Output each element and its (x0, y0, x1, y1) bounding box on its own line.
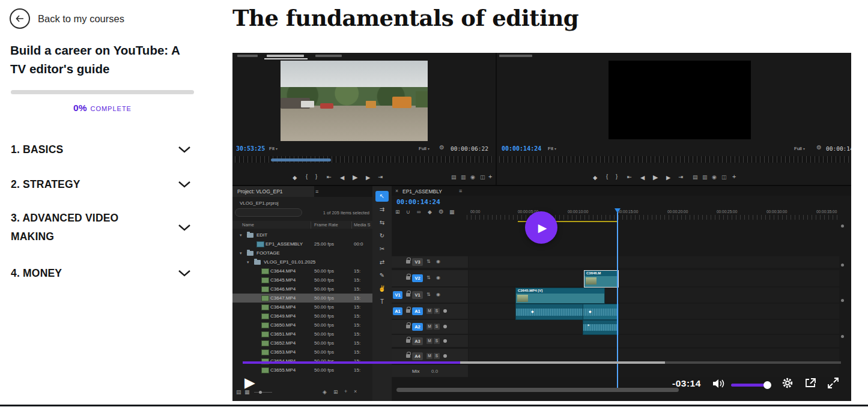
step-back-icon: ◀ (640, 175, 645, 181)
timeline-scrollbar (841, 225, 844, 228)
project-row: C3655.MP450.00 fps15: (232, 366, 372, 375)
seek-bar[interactable] (243, 361, 841, 364)
orange-machine (366, 101, 376, 108)
project-column-headers: Name Frame Rate Media S (232, 221, 372, 229)
program-scrubber (499, 156, 849, 163)
timeline-settings-icon: ⚙ (439, 209, 444, 215)
section-advanced-video-making[interactable]: 3. ADVANCED VIDEO MAKING (11, 209, 191, 246)
automate-to-sequence-icon: ◈ (323, 390, 327, 395)
track-lane-v3 (469, 256, 839, 268)
folder-icon (247, 233, 253, 238)
step-back-icon: ◀ (340, 175, 344, 181)
project-row-selected: C3647.MP450.00 fps15: (232, 294, 372, 303)
sync-lock-icon: ⇅ (426, 276, 431, 280)
source-quality-dropdown: Full▾ (419, 146, 429, 151)
zoom-slider (254, 392, 272, 393)
volume-slider[interactable] (731, 384, 767, 387)
course-title: Build a career on YouTube: A TV editor's… (10, 41, 193, 78)
big-play-button[interactable]: ▶ (525, 211, 557, 244)
hand-tool: ✌ (375, 283, 389, 294)
progress-text: 0%COMPLETE (11, 103, 194, 113)
settings-button[interactable] (782, 377, 794, 391)
timeline-scrollbar (841, 264, 844, 267)
zoom-slider-knob (259, 391, 262, 394)
project-search-input (235, 208, 302, 217)
gear-icon (782, 377, 794, 389)
voiceover-record-icon (443, 354, 447, 358)
timeline-hscrollbar (396, 388, 679, 392)
section-money[interactable]: 4. MONEY (11, 263, 191, 283)
time-remaining: -03:14 (672, 378, 701, 389)
source-duration: 00:00:06:22 (451, 145, 488, 152)
video-player[interactable]: 30:53:25 Fit▾ Full▾ ⚙ 00:00:06:22 ◆ { } … (232, 53, 851, 401)
play-icon: ▶ (536, 221, 547, 235)
player-play-button[interactable]: ▶ (244, 375, 255, 391)
fullscreen-button[interactable] (827, 377, 839, 391)
selection-tool: ↖ (375, 191, 389, 202)
course-page: Back to my courses Build a career on You… (0, 0, 868, 407)
clip-icon (261, 367, 269, 373)
go-to-out-icon: ⇥ (678, 174, 683, 180)
progress-suffix: COMPLETE (90, 105, 132, 112)
project-row: ▾FOOTAGE (232, 249, 372, 258)
timeline-tab: EP1_ASSEMBLY (402, 188, 442, 194)
voiceover-record-icon (443, 325, 447, 328)
chevron-down-icon (178, 146, 191, 153)
mark-in-icon: { (606, 173, 608, 179)
track-output-eye-icon: ◉ (436, 276, 440, 280)
back-to-courses-button[interactable]: Back to my courses (10, 8, 124, 29)
lift-icon: ▤ (451, 175, 457, 180)
export-frame-icon: ◉ (470, 175, 475, 180)
pen-tool: ✎ (375, 270, 389, 281)
track-lane-a2 (469, 320, 839, 334)
track-select-tool: ⇉ (375, 204, 389, 215)
voiceover-record-icon (443, 339, 447, 343)
track-header-v3: V3 ⇅ ◉ (392, 256, 468, 268)
back-label: Back to my courses (38, 13, 124, 25)
clip-icon (261, 304, 269, 310)
clip-fx-badge: ◆ (531, 310, 534, 313)
section-basics[interactable]: 1. BASICS (11, 139, 191, 160)
go-to-out-icon: ⇥ (378, 174, 383, 180)
project-row: C3651.MP450.00 fps15: (232, 330, 372, 339)
slip-tool: ⇄ (375, 257, 389, 268)
clip-icon (261, 286, 269, 292)
clip-fx-badge: * (587, 324, 590, 329)
section-strategy[interactable]: 2. STRATEGY (11, 174, 191, 194)
progress-percent: 0% (73, 103, 86, 113)
fullscreen-icon (827, 377, 839, 389)
panel-menu-icon: ≡ (315, 189, 318, 194)
timeline-scrollbar (841, 299, 844, 302)
sync-lock-icon: ⇅ (426, 292, 431, 297)
mix-track-header: Mix 0.0 (392, 365, 468, 377)
sync-lock-icon: ⇅ (426, 259, 431, 264)
track-header-v1: V1 V1 ⇅ ◉ (392, 288, 468, 303)
open-external-button[interactable] (804, 378, 816, 391)
clip-icon (261, 268, 269, 274)
pp-active-tab-underline (264, 58, 308, 59)
volume-slider-knob[interactable] (763, 381, 771, 389)
project-filename: VLOG_EP1.prproj (240, 200, 278, 206)
mark-out-icon: } (315, 173, 317, 179)
project-row: ▾EDIT (232, 231, 372, 240)
source-fit-dropdown: Fit▾ (269, 146, 278, 151)
red-car (320, 103, 333, 109)
track-header-v2: V2 ⇅ ◉ (392, 270, 468, 286)
step-forward-icon: ▶ (666, 175, 670, 181)
clip-fx-badge: ◆ (589, 310, 592, 313)
export-frame-icon: ◉ (712, 175, 717, 180)
razor-tool: ✂ (375, 244, 389, 255)
chevron-down-icon (178, 224, 191, 231)
timeline-ruler (467, 215, 839, 220)
clip-icon (261, 322, 269, 328)
source-zoom-bar (271, 158, 331, 161)
add-tracks-icon: ⊞ (395, 210, 400, 215)
rolling-edit-tool: ↻ (375, 231, 389, 241)
list-view-icon: ▤ (236, 390, 241, 395)
project-row: C3650.MP450.00 fps15: (232, 321, 372, 330)
back-arrow-icon (10, 8, 30, 29)
volume-button[interactable] (712, 378, 726, 391)
new-item-icon: + (344, 389, 347, 394)
timeline-clip-c3645-video: C3645.MP4 [V] (515, 288, 605, 304)
project-row: C3653.MP450.00 fps15: (232, 348, 372, 357)
